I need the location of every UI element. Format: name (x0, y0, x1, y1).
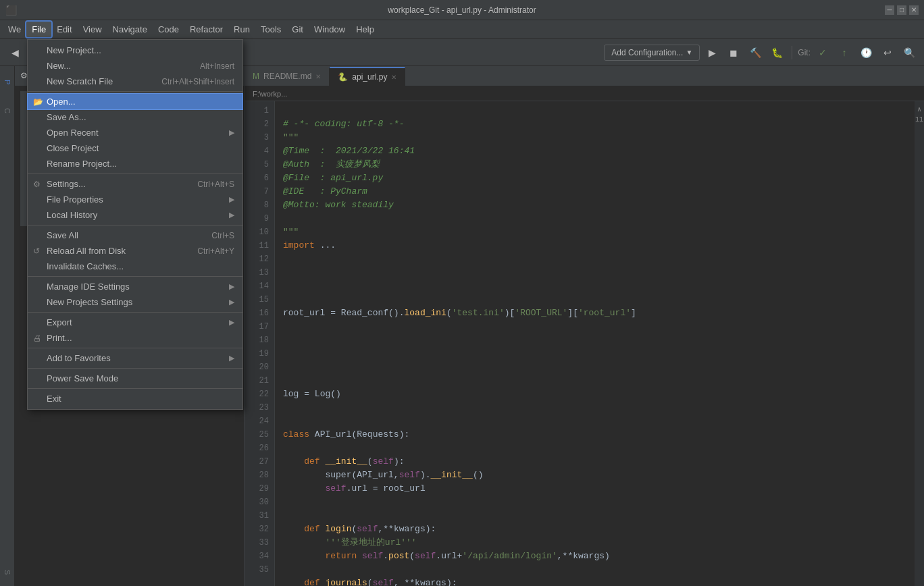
menu-open[interactable]: 📂 Open... (28, 94, 242, 109)
menu-rename-project[interactable]: Rename Project... (28, 156, 242, 171)
tab-readme[interactable]: M README.md ✕ (245, 67, 330, 86)
separator-7 (28, 368, 242, 369)
menu-close-project[interactable]: Close Project (28, 140, 242, 156)
menu-edit[interactable]: Edit (51, 22, 77, 37)
menu-export[interactable]: Export ▶ (28, 315, 242, 330)
title-bar-left: ⬛ (5, 5, 17, 16)
readme-tab-icon: M (253, 72, 259, 81)
left-sidebar-icons: P C S (0, 66, 15, 586)
line-count-indicator: ∧ (916, 104, 923, 115)
separator-4 (28, 276, 242, 277)
readme-tab-close[interactable]: ✕ (315, 73, 321, 80)
menu-open-recent[interactable]: Open Recent ▶ (28, 125, 242, 140)
minimize-button[interactable]: ─ (885, 5, 894, 15)
menu-file-properties[interactable]: File Properties ▶ (28, 192, 242, 207)
menu-new-projects-settings[interactable]: New Projects Settings ▶ (28, 294, 242, 310)
editor-area: M README.md ✕ 🐍 api_url.py ✕ F:\workp...… (245, 66, 924, 586)
menu-new-scratch[interactable]: New Scratch File Ctrl+Alt+Shift+Insert (28, 74, 242, 89)
line-numbers: 12345 678910 1112131415 1617181920 21222… (245, 101, 275, 586)
search-button[interactable]: 🔍 (900, 43, 919, 62)
tab-api-url[interactable]: 🐍 api_url.py ✕ (330, 67, 405, 86)
menu-reload-all[interactable]: ↺ Reload All from Disk Ctrl+Alt+Y (28, 243, 242, 259)
file-dropdown-menu: New Project... New... Alt+Insert New Scr… (27, 39, 243, 410)
title-bar: ⬛ workplace_Git - api_url.py - Administr… (0, 0, 924, 20)
menu-invalidate-caches[interactable]: Invalidate Caches... (28, 259, 242, 274)
breadcrumb: F:\workp... (245, 86, 924, 101)
menu-bar: We File Edit View Navigate Code Refactor… (0, 20, 924, 39)
menu-local-history[interactable]: Local History ▶ (28, 207, 242, 223)
folder-icon: 📂 (33, 97, 43, 107)
menu-save-all[interactable]: Save All Ctrl+S (28, 228, 242, 243)
toolbar-back-button[interactable]: ◀ (5, 43, 24, 62)
menu-we[interactable]: We (3, 22, 26, 37)
undo-button[interactable]: ↩ (878, 43, 897, 62)
line-num-display: 11 (914, 115, 924, 125)
separator-5 (28, 312, 242, 313)
commit-sidebar-btn[interactable]: C (1, 97, 14, 124)
breadcrumb-path: F:\workp... (253, 90, 287, 98)
menu-power-save[interactable]: Power Save Mode (28, 371, 242, 386)
menu-exit[interactable]: Exit (28, 391, 242, 406)
window-title: workplace_Git - api_url.py - Administrat… (388, 5, 536, 15)
menu-tools[interactable]: Tools (255, 22, 286, 37)
tab-bar: M README.md ✕ 🐍 api_url.py ✕ (245, 66, 924, 86)
menu-manage-ide[interactable]: Manage IDE Settings ▶ (28, 279, 242, 294)
separator-2 (28, 174, 242, 174)
git-check-button[interactable]: ✓ (813, 43, 832, 62)
settings-icon: ⚙ (33, 180, 41, 189)
menu-save-as[interactable]: Save As... (28, 109, 242, 125)
menu-new[interactable]: New... Alt+Insert (28, 58, 242, 74)
add-config-dropdown-icon: ▼ (686, 49, 692, 56)
separator-8 (28, 388, 242, 389)
api-tab-close[interactable]: ✕ (391, 74, 396, 81)
menu-add-favorites[interactable]: Add to Favorites ▶ (28, 350, 242, 366)
close-button[interactable]: ✕ (909, 5, 919, 15)
menu-file[interactable]: File (26, 22, 51, 37)
git-history-button[interactable]: 🕐 (856, 43, 875, 62)
reload-icon: ↺ (33, 246, 40, 256)
separator-6 (28, 348, 242, 348)
menu-settings[interactable]: ⚙ Settings... Ctrl+Alt+S (28, 176, 242, 192)
run-button[interactable]: ▶ (702, 43, 721, 62)
menu-help[interactable]: Help (351, 22, 380, 37)
add-configuration-button[interactable]: Add Configuration... ▼ (604, 45, 700, 61)
app-icon: ⬛ (5, 5, 17, 16)
git-status-label: Git: (798, 48, 811, 57)
menu-view[interactable]: View (78, 22, 107, 37)
menu-refactor[interactable]: Refactor (184, 22, 228, 37)
menu-git[interactable]: Git (286, 22, 309, 37)
menu-navigate[interactable]: Navigate (107, 22, 153, 37)
project-sidebar-btn[interactable]: P (1, 69, 14, 96)
menu-window[interactable]: Window (309, 22, 351, 37)
menu-run[interactable]: Run (228, 22, 255, 37)
separator-1 (28, 91, 242, 92)
api-tab-icon: 🐍 (338, 72, 348, 82)
structure-sidebar-btn[interactable]: S (1, 559, 14, 586)
add-config-label: Add Configuration... (611, 48, 683, 57)
menu-code[interactable]: Code (153, 22, 184, 37)
menu-print[interactable]: 🖨 Print... (28, 330, 242, 346)
window-controls[interactable]: ─ □ ✕ (885, 5, 919, 15)
debug-button[interactable]: 🐛 (767, 43, 786, 62)
right-gutter: ∧ 11 (915, 101, 924, 586)
code-content[interactable]: # -*- coding: utf-8 -*- """ @Time : 2021… (275, 101, 915, 586)
build-button[interactable]: 🔨 (746, 43, 765, 62)
separator-3 (28, 225, 242, 225)
api-tab-label: api_url.py (352, 72, 387, 82)
stop-button[interactable]: ◼ (724, 43, 743, 62)
git-push-button[interactable]: ↑ (835, 43, 854, 62)
print-icon: 🖨 (33, 334, 41, 343)
menu-new-project[interactable]: New Project... (28, 43, 242, 58)
code-editor[interactable]: 12345 678910 1112131415 1617181920 21222… (245, 101, 924, 586)
maximize-button[interactable]: □ (897, 5, 906, 15)
readme-tab-label: README.md (263, 72, 311, 81)
toolbar-divider (792, 46, 792, 59)
